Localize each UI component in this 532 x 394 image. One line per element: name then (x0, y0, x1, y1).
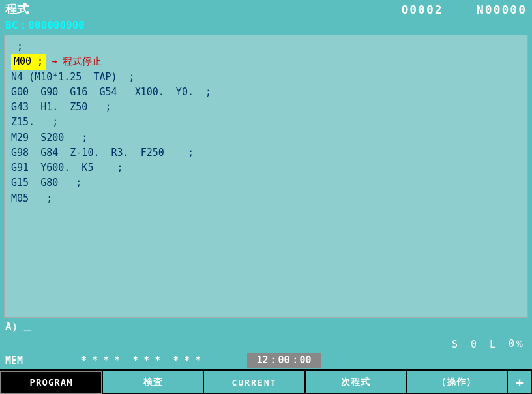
code-line-2: M00 ; → 程式停止 (11, 54, 521, 69)
code-line-5: G43 H1. Z50 ; (11, 100, 521, 115)
tab-plus[interactable]: + (507, 371, 532, 394)
n-code: N00000 (477, 3, 527, 16)
annotation: → 程式停止 (51, 54, 102, 69)
info-bar: MEM ＊＊＊＊ ＊＊＊ ＊＊＊ 12：00：00 (0, 352, 532, 369)
header-codes: O0002 N00000 (401, 3, 527, 16)
tab-ops[interactable]: （操作） (406, 371, 507, 394)
tab-check[interactable]: 検査 (102, 371, 203, 394)
info-mem: MEM (5, 355, 41, 367)
code-line-4: G00 G90 G16 G54 X100. Y0. ; (11, 85, 521, 100)
info-time: 12：00：00 (247, 353, 320, 368)
tab-program[interactable]: PROGRAM (0, 371, 102, 394)
status-bar: S 0 L 0％ (0, 337, 532, 352)
info-stars: ＊＊＊＊ ＊＊＊ ＊＊＊ (41, 354, 242, 367)
prompt-area: A）＿ (0, 318, 532, 337)
s-label: S (452, 339, 458, 350)
highlight-text: M00 ; (11, 54, 46, 69)
bc-line: BC：000000900 (0, 18, 532, 35)
code-line-7: M29 S200 ; (11, 130, 521, 145)
code-line-10: G15 G80 ; (11, 175, 521, 190)
code-line-8: G98 G84 Z-10. R3. F250 ; (11, 145, 521, 160)
tab-subprog[interactable]: 次程式 (305, 371, 406, 394)
l-label: L (490, 339, 495, 350)
code-line-9: G91 Y600. K5 ; (11, 160, 521, 175)
code-line-3: N4 (M10*1.25 TAP) ; (11, 70, 521, 85)
o-code: O0002 (401, 3, 443, 16)
code-line-6: Z15. ; (11, 115, 521, 130)
percent-value: 0％ (509, 338, 524, 350)
tabs-bar: PROGRAM 検査 CURRENT 次程式 （操作） + (0, 369, 532, 394)
page-title: 程式 (5, 1, 29, 17)
s-value: 0 (471, 339, 477, 350)
code-line-11: M05 ; (11, 191, 521, 206)
tab-current[interactable]: CURRENT (203, 371, 304, 394)
code-line-1: ; (11, 39, 521, 54)
code-area: ; M00 ; → 程式停止 N4 (M10*1.25 TAP) ; G00 G… (4, 35, 528, 318)
